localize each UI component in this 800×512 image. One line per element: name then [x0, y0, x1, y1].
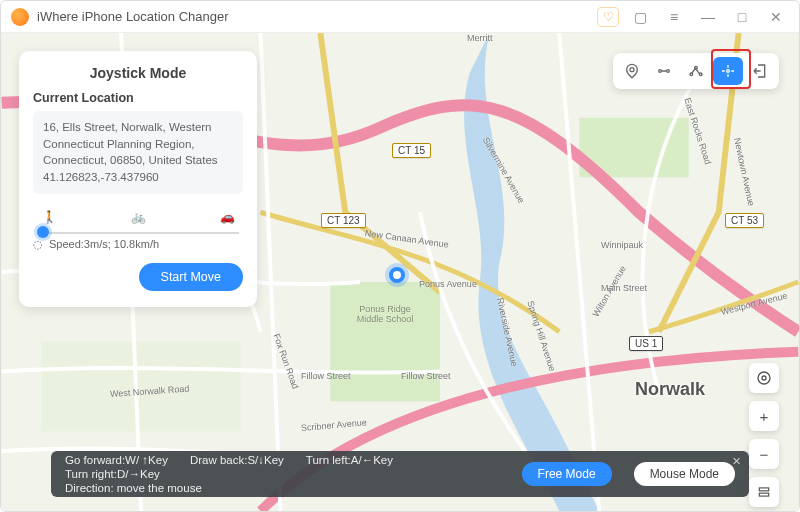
- route-badge-ct15: CT 15: [392, 143, 431, 158]
- minimize-button[interactable]: ―: [695, 6, 721, 28]
- svg-point-8: [690, 73, 693, 76]
- svg-point-4: [630, 68, 634, 72]
- route-badge-ct123: CT 123: [321, 213, 366, 228]
- close-button[interactable]: ✕: [763, 6, 789, 28]
- transport-selector: 🚶 🚲 🚗: [33, 208, 243, 224]
- hint-forward: Go forward:W/ ↑Key: [65, 454, 168, 466]
- hint-direction: Direction: move the mouse: [65, 482, 500, 494]
- mode-one-stop-icon[interactable]: [649, 57, 679, 85]
- keyboard-hint-bar: Go forward:W/ ↑Key Draw back:S/↓Key Turn…: [51, 451, 749, 497]
- route-badge-us1: US 1: [629, 336, 663, 351]
- mode-modify-location-icon[interactable]: [617, 57, 647, 85]
- feedback-icon[interactable]: ▢: [627, 6, 653, 28]
- speedometer-icon: ◌: [33, 238, 43, 251]
- hint-text-group: Go forward:W/ ↑Key Draw back:S/↓Key Turn…: [65, 454, 500, 494]
- svg-rect-1: [330, 282, 440, 402]
- speed-value: Speed:3m/s; 10.8km/h: [49, 238, 159, 250]
- zoom-out-button[interactable]: −: [749, 439, 779, 469]
- favorite-icon[interactable]: ♡: [597, 7, 619, 27]
- maximize-button[interactable]: □: [729, 6, 755, 28]
- map-city-label: Norwalk: [635, 379, 705, 400]
- mouse-mode-button[interactable]: Mouse Mode: [634, 462, 735, 486]
- panel-title: Joystick Mode: [33, 65, 243, 81]
- svg-point-12: [762, 376, 766, 380]
- place-winnipauk: Winnipauk: [601, 240, 643, 250]
- street-ponus: Ponus Avenue: [419, 279, 477, 289]
- content-area: Norwalk CT 15 CT 123 CT 53 US 1 Merritt …: [1, 33, 799, 511]
- layers-button[interactable]: [749, 477, 779, 507]
- start-move-button[interactable]: Start Move: [139, 263, 243, 291]
- mode-toolbar: [613, 53, 779, 89]
- svg-point-13: [758, 372, 770, 384]
- street-fillow-1: Fillow Street: [301, 371, 351, 381]
- svg-point-11: [727, 70, 730, 73]
- mode-joystick-icon[interactable]: [713, 57, 743, 85]
- hint-back: Draw back:S/↓Key: [190, 454, 284, 466]
- mode-export-icon[interactable]: [745, 57, 775, 85]
- current-location-label: Current Location: [33, 91, 243, 105]
- recenter-button[interactable]: [749, 363, 779, 393]
- street-fillow-2: Fillow Street: [401, 371, 451, 381]
- svg-rect-15: [759, 493, 768, 496]
- speed-slider[interactable]: [37, 226, 239, 228]
- current-location-marker[interactable]: [389, 267, 405, 283]
- app-title: iWhere iPhone Location Changer: [37, 9, 229, 24]
- free-mode-button[interactable]: Free Mode: [522, 462, 612, 486]
- walk-icon[interactable]: 🚶: [37, 210, 61, 224]
- map-controls: + −: [749, 363, 779, 507]
- svg-point-6: [667, 70, 670, 73]
- hint-left: Turn left:A/←Key: [306, 454, 393, 466]
- hint-right: Turn right:D/→Key: [65, 468, 160, 480]
- hint-close-icon[interactable]: ✕: [732, 455, 741, 468]
- zoom-in-button[interactable]: +: [749, 401, 779, 431]
- svg-point-10: [699, 73, 702, 76]
- current-location-value: 16, Ells Street, Norwalk, Western Connec…: [33, 111, 243, 194]
- car-icon[interactable]: 🚗: [215, 210, 239, 224]
- street-merritt: Merritt: [467, 33, 493, 43]
- app-logo-icon: [11, 8, 29, 26]
- app-window: iWhere iPhone Location Changer ♡ ▢ ≡ ― □…: [0, 0, 800, 512]
- mode-multi-stop-icon[interactable]: [681, 57, 711, 85]
- speed-readout: ◌ Speed:3m/s; 10.8km/h: [33, 238, 243, 251]
- route-badge-ct53: CT 53: [725, 213, 764, 228]
- svg-rect-14: [759, 488, 768, 491]
- titlebar: iWhere iPhone Location Changer ♡ ▢ ≡ ― □…: [1, 1, 799, 33]
- menu-icon[interactable]: ≡: [661, 6, 687, 28]
- joystick-panel: Joystick Mode Current Location 16, Ells …: [19, 51, 257, 307]
- bike-icon[interactable]: 🚲: [126, 210, 150, 224]
- svg-point-5: [659, 70, 662, 73]
- place-ponus-school: Ponus Ridge Middle School: [355, 304, 415, 324]
